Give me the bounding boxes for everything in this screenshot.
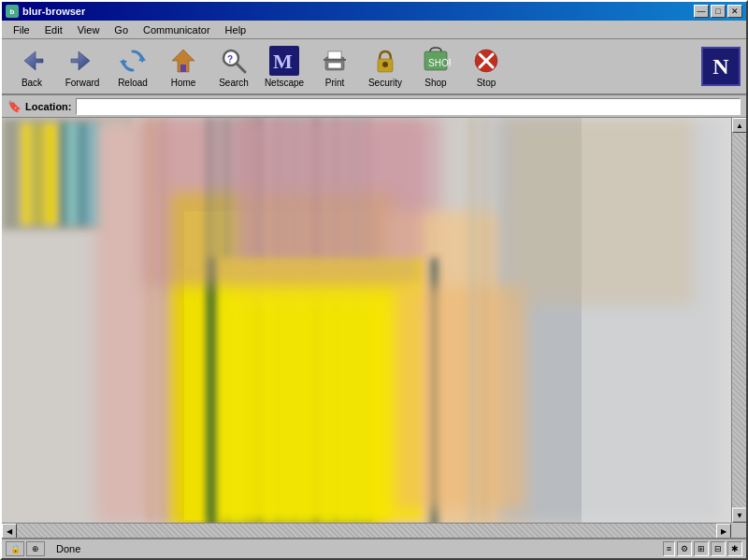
location-input[interactable]	[76, 98, 741, 115]
search-icon: ?	[219, 46, 249, 76]
menu-edit[interactable]: Edit	[37, 22, 70, 37]
scroll-left-button[interactable]: ◀	[2, 524, 17, 538]
home-label: Home	[171, 78, 196, 88]
svg-rect-65	[469, 118, 477, 523]
svg-rect-27	[60, 122, 65, 225]
back-icon	[17, 46, 47, 76]
status-right: ≡ ⚙ ⊞ ⊟ ✱	[663, 541, 742, 556]
window-title: blur-browser	[22, 6, 85, 17]
scroll-right-button[interactable]: ▶	[716, 524, 731, 538]
status-panel-1: ≡	[663, 541, 675, 556]
title-bar: b blur-browser — □ ✕	[2, 2, 746, 21]
blur-art	[2, 118, 731, 523]
stop-button[interactable]: Stop	[462, 42, 511, 91]
svg-rect-59	[142, 118, 423, 286]
status-nav-icon[interactable]: ⊕	[26, 541, 45, 556]
security-icon	[370, 46, 400, 76]
svg-rect-26	[44, 122, 58, 225]
location-label: Location:	[25, 101, 72, 112]
scroll-track-vertical[interactable]	[732, 133, 746, 508]
svg-rect-28	[67, 122, 77, 225]
print-icon	[320, 46, 350, 76]
shop-label: Shop	[424, 78, 446, 88]
svg-rect-62	[507, 118, 694, 305]
shop-icon: SHOP	[421, 46, 451, 76]
close-button[interactable]: ✕	[727, 5, 742, 18]
menu-bar: File Edit View Go Communicator Help	[2, 21, 746, 39]
status-lock-icon[interactable]: 🔒	[6, 541, 24, 556]
svg-text:M: M	[273, 50, 293, 73]
print-label: Print	[325, 78, 345, 88]
svg-rect-24	[21, 122, 32, 225]
maximize-button[interactable]: □	[711, 5, 726, 18]
toolbar: Back Forward Reload	[2, 39, 746, 95]
netscape-button[interactable]: M Netscape	[260, 42, 309, 91]
svg-marker-0	[24, 51, 43, 70]
svg-rect-25	[35, 122, 42, 225]
home-button[interactable]: Home	[159, 42, 208, 91]
menu-communicator[interactable]: Communicator	[136, 22, 218, 37]
forward-button[interactable]: Forward	[58, 42, 107, 91]
minimize-button[interactable]: —	[694, 5, 709, 18]
svg-text:?: ?	[227, 54, 233, 65]
back-button[interactable]: Back	[7, 42, 56, 91]
reload-button[interactable]: Reload	[108, 42, 157, 91]
forward-label: Forward	[65, 78, 100, 88]
window-icon: b	[6, 5, 19, 18]
svg-rect-14	[324, 59, 346, 61]
svg-rect-60	[395, 286, 525, 510]
menu-go[interactable]: Go	[107, 22, 136, 37]
menu-file[interactable]: File	[6, 22, 37, 37]
page-content	[2, 118, 731, 523]
svg-rect-56	[217, 258, 423, 520]
search-label: Search	[219, 78, 249, 88]
status-text: Done	[49, 543, 659, 554]
svg-rect-29	[79, 122, 86, 225]
title-bar-left: b blur-browser	[6, 5, 85, 18]
content-area: ▲ ▼ ◀ ▶	[2, 118, 746, 538]
netscape-logo: N	[701, 47, 741, 86]
scrollbar-corner	[731, 523, 746, 538]
svg-point-16	[382, 62, 388, 67]
svg-line-7	[237, 64, 245, 72]
status-left: 🔒 ⊕	[6, 541, 45, 556]
svg-text:SHOP: SHOP	[428, 58, 451, 68]
status-panel-3: ⊞	[694, 541, 709, 556]
reload-icon	[118, 46, 148, 76]
back-label: Back	[22, 78, 42, 88]
stop-icon	[471, 46, 501, 76]
print-button[interactable]: Print	[310, 42, 359, 91]
scroll-up-button[interactable]: ▲	[732, 118, 746, 133]
status-panel-2: ⚙	[677, 541, 692, 556]
scroll-track-horizontal[interactable]	[17, 524, 716, 538]
svg-rect-57	[209, 258, 214, 523]
security-button[interactable]: Security	[361, 42, 410, 91]
netscape-label: Netscape	[265, 78, 304, 88]
title-bar-buttons: — □ ✕	[694, 5, 742, 18]
menu-view[interactable]: View	[70, 22, 108, 37]
svg-rect-5	[180, 65, 186, 72]
scroll-down-button[interactable]: ▼	[732, 508, 746, 523]
home-icon	[168, 46, 198, 76]
svg-rect-66	[483, 118, 487, 523]
main-window: b blur-browser — □ ✕ File Edit View Go C…	[0, 0, 748, 560]
svg-rect-64	[161, 118, 165, 523]
vertical-scrollbar: ▲ ▼	[731, 118, 746, 523]
status-panel-4: ⊟	[711, 541, 726, 556]
stop-label: Stop	[477, 78, 496, 88]
netscape-n-letter: N	[712, 54, 728, 79]
svg-rect-12	[328, 51, 341, 59]
menu-help[interactable]: Help	[218, 22, 254, 37]
search-button[interactable]: ? Search	[209, 42, 258, 91]
security-label: Security	[368, 78, 402, 88]
status-bar: 🔒 ⊕ Done ≡ ⚙ ⊞ ⊟ ✱	[2, 538, 746, 558]
reload-label: Reload	[118, 78, 148, 88]
shop-button[interactable]: SHOP Shop	[411, 42, 460, 91]
location-bar: 🔖 Location:	[2, 95, 746, 118]
horizontal-scrollbar: ◀ ▶	[2, 523, 731, 538]
netscape-icon: M	[269, 46, 299, 76]
forward-icon	[67, 46, 97, 76]
svg-rect-13	[328, 63, 341, 68]
svg-marker-1	[71, 51, 90, 70]
status-panel-5: ✱	[727, 541, 742, 556]
